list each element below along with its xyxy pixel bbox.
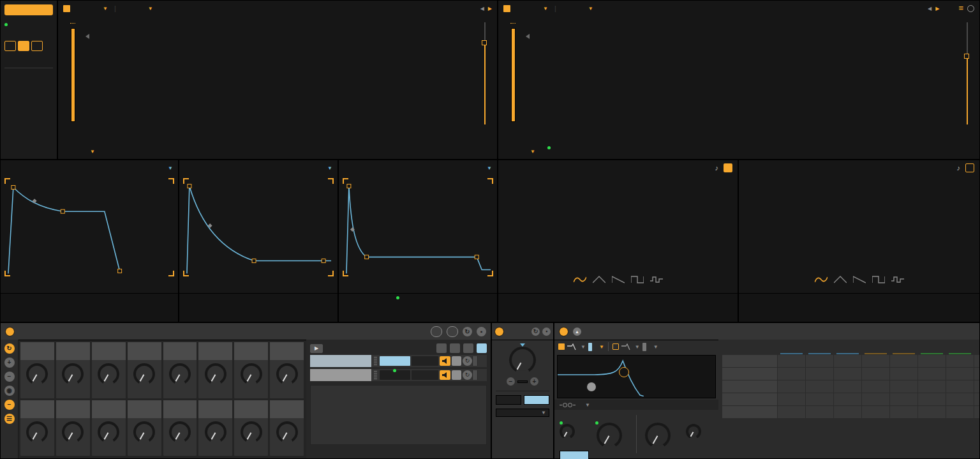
macro-knob[interactable] xyxy=(169,421,191,443)
device-on-button[interactable] xyxy=(5,327,15,336)
lowpass-icon[interactable] xyxy=(621,343,630,350)
filter1-slope[interactable] xyxy=(588,343,592,351)
hot-swap-icon[interactable]: ↻ xyxy=(531,327,540,336)
snapshot-camera-icon[interactable]: ◉ xyxy=(4,386,15,396)
matrix-cell[interactable] xyxy=(946,380,974,393)
osc2-note-label[interactable] xyxy=(510,22,516,24)
macro-knob[interactable] xyxy=(169,363,191,385)
hot-swap-icon[interactable]: ↻ xyxy=(463,370,472,380)
device-on-button[interactable] xyxy=(559,327,568,336)
matrix-col-vel[interactable] xyxy=(918,343,946,354)
macro-knob[interactable] xyxy=(205,363,226,385)
osc2-tune-value[interactable] xyxy=(547,147,551,155)
matrix-cell[interactable] xyxy=(862,380,889,393)
filter1-freq-knob[interactable] xyxy=(597,423,622,448)
osc1-wavetable-dropdown[interactable]: ▼ xyxy=(122,6,153,11)
matrix-cell[interactable] xyxy=(778,406,805,418)
macro-knob[interactable] xyxy=(98,363,119,385)
hot-swap-icon[interactable]: ↻ xyxy=(463,327,472,336)
macro-knob[interactable] xyxy=(26,363,48,385)
sub-gain-value[interactable] xyxy=(4,24,53,32)
osc2-effect-mode-dropdown[interactable]: ▼ xyxy=(525,149,535,154)
chain-activator-speaker-icon[interactable] xyxy=(440,370,450,380)
osc1-category-dropdown[interactable]: ▼ xyxy=(101,6,108,11)
triangle-shape-icon[interactable] xyxy=(593,276,605,283)
matrix-row-label[interactable] xyxy=(722,368,777,380)
view-menu-icon[interactable]: ≡ xyxy=(958,5,963,11)
matrix-cell[interactable] xyxy=(834,368,861,380)
matrix-cell[interactable] xyxy=(918,380,946,393)
key-zone-button[interactable] xyxy=(436,343,447,353)
random-shape-icon[interactable] xyxy=(650,276,663,283)
filter-curve-display[interactable] xyxy=(557,355,716,398)
matrix-col-lfo1[interactable] xyxy=(862,343,889,354)
chain-solo-button[interactable] xyxy=(452,356,461,366)
macro-knob[interactable] xyxy=(133,421,155,443)
next-wavetable-icon[interactable]: ▶ xyxy=(935,6,939,11)
matrix-cell[interactable] xyxy=(806,393,833,405)
filter1-res-knob[interactable] xyxy=(560,424,575,439)
add-macro-icon[interactable]: + xyxy=(4,357,15,368)
matrix-row-label[interactable] xyxy=(722,393,777,405)
drag-handle[interactable] xyxy=(374,357,377,365)
matrix-cell[interactable] xyxy=(890,406,917,418)
matrix-cell[interactable] xyxy=(834,355,861,367)
amp-mod-dropdown[interactable]: ▼ xyxy=(166,165,173,171)
matrix-cell[interactable] xyxy=(946,368,974,380)
matrix-cell[interactable] xyxy=(918,393,946,405)
matrix-cell[interactable] xyxy=(806,406,833,418)
matrix-cell[interactable] xyxy=(862,355,889,367)
auto-select-button[interactable]: ▶ xyxy=(310,344,323,353)
matrix-cell[interactable] xyxy=(778,368,805,380)
matrix-cell[interactable] xyxy=(890,393,917,405)
matrix-col-env3[interactable] xyxy=(834,343,861,354)
matrix-cell[interactable] xyxy=(834,406,861,418)
note-sync-icon[interactable]: ♪ xyxy=(957,164,961,172)
matrix-row-label[interactable] xyxy=(722,355,777,367)
matrix-cell[interactable] xyxy=(834,393,861,405)
chain-volume[interactable] xyxy=(380,356,410,366)
lfo1-retrigger-button[interactable] xyxy=(724,163,732,172)
random-shape-icon[interactable] xyxy=(891,276,904,283)
prev-wavetable-icon[interactable]: ◀ xyxy=(480,6,484,11)
octave-minus1-button[interactable] xyxy=(18,41,29,51)
drive-value[interactable] xyxy=(560,451,589,459)
matrix-cell[interactable] xyxy=(862,406,889,418)
matrix-cell[interactable] xyxy=(778,380,805,393)
mode-dropdown[interactable]: ▼ xyxy=(496,409,549,417)
chain-row-wavetable[interactable]: ↻ xyxy=(310,355,487,367)
sine-shape-icon[interactable] xyxy=(815,276,828,283)
device-on-button[interactable] xyxy=(494,327,504,336)
hide-zones-button[interactable] xyxy=(477,343,487,353)
osc2-position-slider[interactable] xyxy=(967,22,968,124)
filter1-on-checkbox[interactable] xyxy=(558,343,565,350)
env3-mod-dropdown[interactable]: ▼ xyxy=(485,165,492,171)
range-value[interactable] xyxy=(524,395,549,405)
chain-solo-button[interactable] xyxy=(452,370,461,380)
next-wavetable-icon[interactable]: ▶ xyxy=(488,6,492,11)
matrix-col-amp[interactable] xyxy=(778,343,805,354)
matrix-row-label[interactable] xyxy=(722,406,777,418)
macro-knob[interactable] xyxy=(26,421,48,443)
osc2-gain-slider[interactable] xyxy=(511,28,516,122)
filter2-res-knob[interactable] xyxy=(686,424,701,439)
filter2-slope[interactable] xyxy=(642,343,646,351)
macro-knob[interactable] xyxy=(62,421,84,443)
filter1-handle[interactable] xyxy=(619,367,629,377)
ramp-shape-icon[interactable] xyxy=(853,276,866,283)
matrix-cell[interactable] xyxy=(862,393,889,405)
matrix-cell[interactable] xyxy=(890,380,917,393)
sub-tab-button[interactable] xyxy=(4,4,53,15)
env3-display[interactable] xyxy=(341,177,494,278)
macro-knob[interactable] xyxy=(205,421,226,443)
env2-display[interactable] xyxy=(182,177,335,278)
osc1-effect-mode-dropdown[interactable]: ▼ xyxy=(85,149,95,154)
lowest-value[interactable] xyxy=(496,395,521,405)
fold-device-icon[interactable]: ▲ xyxy=(573,327,581,336)
decay-value[interactable] xyxy=(378,297,418,305)
macro-knob[interactable] xyxy=(133,363,155,385)
matrix-cell[interactable] xyxy=(834,380,861,393)
octave-0-button[interactable] xyxy=(4,41,16,51)
osc1-gain-slider[interactable] xyxy=(71,28,75,122)
square-shape-icon[interactable] xyxy=(872,276,885,283)
